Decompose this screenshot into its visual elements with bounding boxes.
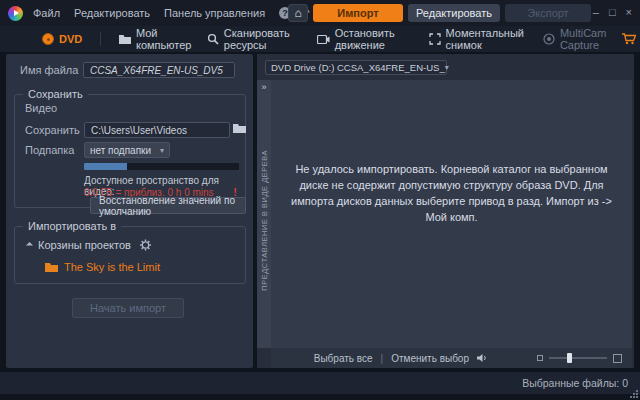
edit-mode-button[interactable]: Редактировать — [408, 4, 500, 22]
start-import-button[interactable]: Начать импорт — [72, 298, 184, 318]
menu-control-panel[interactable]: Панель управления — [164, 7, 265, 19]
folder-icon — [119, 34, 131, 45]
tab-snapshot-label: Моментальный снимок — [446, 27, 528, 51]
cart-icon[interactable] — [622, 33, 636, 45]
media-browser-panel: DVD Drive (D:) CCSA_X64FRE_EN-US_ ▾ » ПР… — [257, 54, 634, 368]
title-bar: Файл Редактировать Панель управления ? ↶… — [0, 0, 640, 26]
export-mode-button[interactable]: Экспорт — [505, 4, 591, 22]
import-to-group: Импортировать в Корзины проектов The Sky — [14, 226, 246, 284]
tree-view-label: ПРЕДСТАВЛЕНИЕ В ВИДЕ ДЕРЕВА — [260, 150, 269, 291]
save-group-legend: Сохранить — [23, 88, 88, 100]
filename-label: Имя файла — [20, 64, 78, 76]
save-group: Сохранить Видео Сохранить C:\Users\User\… — [14, 94, 246, 208]
manage-bins-gear-icon[interactable] — [139, 239, 152, 251]
video-label: Видео — [25, 102, 57, 114]
minimize-button[interactable]: – — [593, 5, 599, 19]
camera-icon — [317, 34, 330, 45]
menu-file[interactable]: Файл — [33, 7, 60, 19]
app-window: Файл Редактировать Панель управления ? ↶… — [0, 0, 640, 400]
deselect-all-link[interactable]: Отменить выбор — [391, 353, 469, 364]
tab-separator — [100, 32, 101, 46]
home-button[interactable]: ⌂ — [288, 4, 308, 22]
thumbnail-zoom-slider[interactable] — [537, 354, 622, 363]
subfolder-select[interactable]: нет подпапки ▾ — [84, 142, 170, 158]
tab-my-computer-label: Мой компьютер — [136, 27, 191, 51]
menu-edit[interactable]: Редактировать — [74, 7, 150, 19]
expand-tree-icon[interactable]: » — [261, 82, 266, 92]
window-controls: – □ × — [593, 5, 632, 19]
status-bar: Выбранные файлы: 0 — [0, 372, 640, 394]
chevron-down-icon: ▾ — [445, 63, 449, 72]
import-error-message: Не удалось импортировать. Корневой катал… — [285, 162, 617, 226]
tab-dvd[interactable]: DVD — [38, 26, 86, 52]
selection-toolbar: Выбрать все | Отменить выбор — [271, 348, 632, 368]
mode-switcher: ⌂ Импорт Редактировать Экспорт — [288, 4, 591, 22]
close-button[interactable]: × — [626, 5, 632, 19]
chevron-down-icon: ▾ — [160, 146, 164, 155]
zoom-out-icon[interactable] — [537, 355, 543, 361]
expand-arrow-icon[interactable] — [26, 241, 33, 248]
save-to-label: Сохранить — [25, 124, 80, 136]
browse-folder-icon[interactable] — [233, 123, 246, 134]
import-to-legend: Импортировать в — [23, 220, 121, 232]
import-settings-panel: Имя файла CCSA_X64FRE_EN-US_DV5 Сохранит… — [6, 54, 253, 368]
tree-view-strip[interactable]: » ПРЕДСТАВЛЕНИЕ В ВИДЕ ДЕРЕВА — [257, 80, 271, 348]
app-logo-icon — [8, 6, 23, 21]
subfolder-value: нет подпапки — [90, 145, 151, 156]
link-separator: | — [381, 353, 384, 364]
filename-input[interactable]: CCSA_X64FRE_EN-US_DV5 — [83, 62, 235, 78]
tab-my-computer[interactable]: Мой компьютер — [115, 26, 195, 52]
zoom-in-icon[interactable] — [613, 354, 622, 363]
drive-select-value: DVD Drive (D:) CCSA_X64FRE_EN-US_ — [271, 62, 445, 73]
project-bins-node[interactable]: Корзины проектов — [27, 239, 152, 251]
selected-files-count: Выбранные файлы: 0 — [522, 377, 628, 389]
tab-dvd-label: DVD — [59, 33, 82, 45]
subfolder-label: Подпапка — [25, 144, 74, 156]
disk-space-bar-fill — [84, 163, 127, 170]
snapshot-brackets-icon — [429, 33, 441, 45]
import-mode-button[interactable]: Импорт — [313, 4, 403, 22]
zoom-slider-track[interactable] — [549, 357, 607, 359]
bin-item-label: The Sky is the Limit — [64, 261, 160, 273]
tab-multicam-capture[interactable]: MultiCam Capture — [539, 26, 640, 52]
resize-grip[interactable] — [630, 390, 638, 398]
tab-multicam-label: MultiCam Capture — [560, 27, 615, 51]
project-bins-label: Корзины проектов — [38, 239, 131, 251]
lens-icon — [543, 33, 555, 45]
zoom-slider-handle[interactable] — [567, 353, 572, 363]
bin-folder-icon — [45, 262, 58, 273]
speaker-icon[interactable] — [477, 353, 489, 363]
select-all-link[interactable]: Выбрать все — [314, 353, 373, 364]
tab-scan-assets[interactable]: Сканировать ресурсы — [203, 26, 306, 52]
drive-select[interactable]: DVD Drive (D:) CCSA_X64FRE_EN-US_ ▾ — [265, 60, 447, 75]
restore-defaults-button[interactable]: Восстановление значений по умолчанию — [90, 197, 246, 214]
tab-stop-motion[interactable]: Остановить движение — [313, 26, 418, 52]
bin-item-the-sky-is-the-limit[interactable]: The Sky is the Limit — [45, 261, 160, 273]
tab-stop-motion-label: Остановить движение — [335, 27, 414, 51]
tab-scan-assets-label: Сканировать ресурсы — [224, 27, 302, 51]
disk-space-bar — [84, 163, 239, 170]
media-content-area: Не удалось импортировать. Корневой катал… — [271, 80, 632, 348]
save-path-input[interactable]: C:\Users\User\Videos — [84, 122, 230, 138]
dvd-disc-icon — [42, 33, 54, 45]
import-source-tabs: DVD Мой компьютер Сканировать ресурсы Ос… — [0, 26, 640, 52]
maximize-button[interactable]: □ — [609, 5, 616, 19]
tab-snapshot[interactable]: Моментальный снимок — [425, 26, 532, 52]
search-icon — [207, 33, 219, 45]
